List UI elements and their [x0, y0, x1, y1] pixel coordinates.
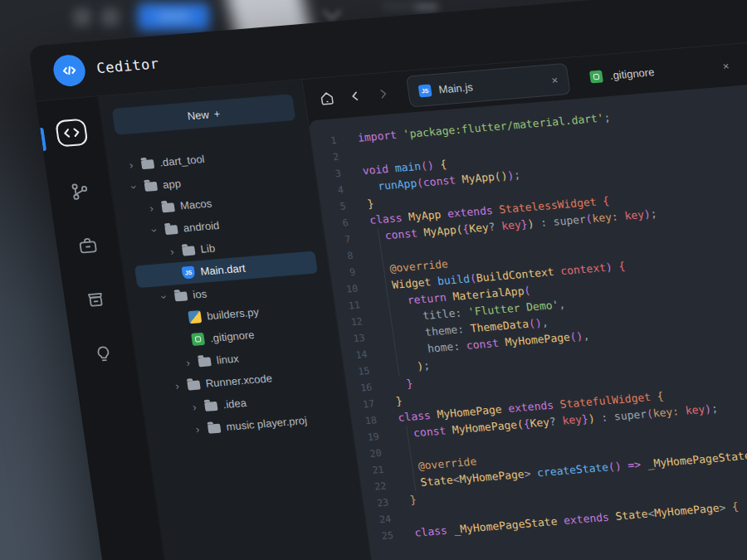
code-token: State — [614, 508, 648, 523]
chevron-right-icon[interactable]: › — [193, 423, 203, 435]
folder-file-icon — [198, 357, 212, 367]
tab--gitignore[interactable]: .gitignore× — [578, 50, 740, 92]
code-token: ; — [650, 207, 658, 221]
forward-chevron-icon[interactable] — [372, 83, 394, 105]
code-token: => — [620, 458, 647, 472]
app-title: Ceditor — [95, 55, 160, 76]
close-icon[interactable]: × — [551, 74, 559, 85]
background-faint-text — [415, 3, 438, 11]
git-file-icon — [191, 333, 205, 346]
new-file-label: New — [187, 108, 210, 122]
code-token: : — [594, 411, 616, 425]
code-token: const — [422, 173, 463, 189]
code-token: ( — [523, 284, 531, 297]
js-file-icon: JS — [418, 84, 432, 97]
code-token: { — [657, 390, 665, 403]
code-token: extends — [447, 203, 500, 220]
chevron-right-icon[interactable]: › — [189, 402, 200, 413]
code-token: Key — [529, 416, 550, 430]
code-token: MyApp() — [461, 169, 509, 185]
code-text: } — [393, 375, 414, 393]
code-token: MyHomePage — [458, 468, 525, 485]
tree-item-label: Runner.xcode — [205, 372, 273, 389]
archive-box-icon[interactable] — [85, 289, 107, 310]
file-tree: ›.dart_tool›app›Macos›android›LibJSMain.… — [119, 140, 340, 444]
code-token: ThemeData — [470, 318, 530, 335]
python-file-icon — [188, 310, 202, 324]
code-token: { — [602, 194, 610, 207]
lightbulb-icon[interactable] — [92, 343, 115, 365]
tree-item-label: builders.py — [206, 305, 260, 322]
line-number: 25 — [368, 525, 417, 545]
chevron-down-icon[interactable]: › — [149, 226, 161, 236]
code-token: MyHomePage — [653, 502, 720, 519]
code-token: @override — [388, 258, 448, 275]
new-file-button[interactable]: New + — [112, 94, 296, 135]
folder-file-icon — [144, 182, 159, 192]
tree-item-label: .idea — [222, 397, 247, 411]
code-token: super — [613, 408, 647, 423]
code-token: { — [439, 158, 447, 171]
dart-file-icon: JS — [182, 266, 196, 280]
code-token: , — [582, 329, 590, 343]
git-file-icon — [589, 70, 603, 83]
chevron-right-icon[interactable]: › — [167, 246, 178, 257]
code-token: } — [405, 377, 413, 390]
chevron-down-icon[interactable]: › — [129, 183, 141, 192]
back-chevron-icon[interactable] — [344, 85, 366, 107]
code-token: return — [407, 290, 454, 306]
code-token: , — [558, 298, 566, 311]
folder-file-icon — [174, 291, 188, 301]
code-icon[interactable] — [54, 118, 90, 149]
tree-item-label: .gitignore — [209, 329, 255, 344]
chevron-right-icon[interactable]: › — [183, 357, 193, 368]
code-token: context — [559, 261, 607, 277]
code-token: MyApp — [408, 207, 448, 223]
chevron-spacer — [177, 318, 183, 319]
code-token: MyHomePage( — [452, 418, 525, 436]
background-dim-icons — [382, 0, 418, 12]
chevron-right-icon[interactable]: › — [146, 202, 157, 214]
code-token: } — [366, 197, 374, 211]
folder-file-icon — [182, 246, 196, 256]
tab-spacer — [662, 66, 715, 71]
tree-item-label: app — [162, 178, 182, 192]
code-token: ; — [422, 359, 431, 373]
code-lines: 1import 'package:flutter/material.dart';… — [310, 82, 747, 545]
code-token: MyApp( — [423, 223, 464, 239]
home-icon[interactable] — [315, 88, 338, 110]
folder-file-icon — [208, 424, 222, 434]
code-token: import — [357, 128, 404, 144]
briefcase-icon[interactable] — [76, 235, 99, 256]
tree-item-label: ios — [192, 287, 208, 300]
code-text: } — [394, 393, 403, 410]
code-token: Key — [468, 221, 490, 235]
chevron-spacer — [180, 340, 186, 341]
code-editor[interactable]: 1import 'package:flutter/material.dart';… — [309, 70, 747, 560]
code-token: class — [414, 523, 455, 539]
code-text: } — [409, 492, 418, 509]
tree-item-label: Macos — [179, 197, 212, 212]
chevron-down-icon[interactable]: › — [159, 292, 171, 302]
folder-file-icon — [187, 380, 201, 390]
code-token: const — [413, 424, 453, 440]
code-token: key — [561, 413, 583, 427]
git-branch-icon[interactable] — [69, 181, 91, 202]
code-token: : — [533, 216, 554, 230]
background-chevron-icon — [323, 2, 342, 22]
code-token: key: — [591, 210, 625, 225]
code-token: ; — [603, 111, 611, 124]
code-token: ; — [710, 402, 719, 415]
code-token: Widget — [391, 275, 438, 291]
code-token: } — [395, 395, 403, 408]
code-token: class — [369, 211, 409, 226]
tab-spacer — [481, 80, 544, 85]
code-token: void — [362, 162, 396, 177]
code-token: State — [420, 474, 454, 489]
chevron-spacer — [171, 274, 177, 275]
chevron-right-icon[interactable]: › — [172, 380, 183, 392]
code-token: key: — [652, 405, 686, 420]
chevron-right-icon[interactable]: › — [126, 159, 137, 171]
close-icon[interactable]: × — [722, 60, 730, 71]
editor-column: JSMain.js×.gitignore×builders.py× 1impor… — [302, 28, 747, 560]
